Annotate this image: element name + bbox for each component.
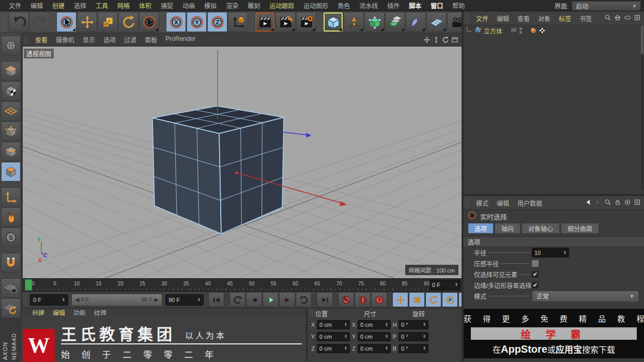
rotate-view-button[interactable] — [442, 36, 449, 43]
viewport-menu-item-6[interactable]: ProRender — [161, 35, 200, 44]
ad-badge[interactable]: 绘 学 霸 — [471, 327, 637, 340]
viewport-menu-item-1[interactable]: 摄像机 — [52, 35, 79, 44]
mode-dropdown[interactable]: 正常▼ — [532, 291, 639, 302]
menubar-item-5[interactable]: 网格 — [113, 1, 134, 10]
tab-1[interactable]: 轴向 — [495, 223, 520, 234]
search-button[interactable] — [604, 14, 611, 23]
add-spline-button[interactable] — [344, 12, 364, 32]
transport-current-frame-field[interactable]: 0 F ▲▼ — [30, 294, 68, 306]
menubar-item-8[interactable]: 动画 — [178, 1, 200, 10]
transport-grip[interactable] — [23, 293, 27, 306]
render-settings-button[interactable] — [296, 12, 316, 32]
model-mode-button[interactable] — [1, 61, 21, 81]
key-scale-button[interactable] — [409, 292, 425, 307]
anim-question-button[interactable]: ? — [371, 292, 387, 307]
search-button[interactable] — [604, 199, 611, 207]
coord-system-button[interactable] — [228, 12, 248, 32]
stepper-icon[interactable]: ▲▼ — [423, 335, 426, 338]
stepper-icon[interactable]: ▲▼ — [423, 323, 426, 326]
object-row[interactable]: 立方体 — [464, 25, 644, 36]
object-manager[interactable]: 立方体 — [464, 25, 644, 194]
home-button[interactable] — [614, 14, 621, 23]
pan-view-button[interactable] — [423, 36, 431, 43]
rotate-button[interactable] — [118, 12, 139, 32]
transport-end-frame-field[interactable]: 90 F ▲▼ — [165, 294, 204, 306]
tab-0[interactable]: 选项 — [468, 223, 494, 234]
menubar-item-9[interactable]: 模拟 — [200, 1, 221, 10]
add-frame-button[interactable] — [634, 199, 641, 207]
object-manager-menu-item-1[interactable]: 编辑 — [493, 14, 513, 23]
eye-button[interactable] — [624, 14, 631, 23]
menubar-item-1[interactable]: 编辑 — [26, 1, 48, 10]
attribute-manager-grip[interactable] — [465, 198, 469, 208]
undo-button[interactable] — [9, 12, 29, 32]
add-generator-button[interactable] — [364, 12, 385, 32]
object-manager-grip[interactable] — [465, 13, 469, 23]
axis-mode-button[interactable] — [1, 187, 21, 207]
dolly-view-button[interactable] — [433, 36, 440, 43]
next-frame-button[interactable] — [279, 292, 295, 307]
stepper-icon[interactable]: ▲▼ — [344, 323, 347, 326]
lock-y-button[interactable]: Y — [187, 12, 207, 32]
menubar-item-4[interactable]: 工具 — [91, 1, 113, 10]
object-manager-menu-item-2[interactable]: 查看 — [513, 14, 534, 23]
interface-dropdown[interactable]: 启动 ▼ — [572, 1, 641, 11]
play-button[interactable] — [263, 292, 279, 307]
go-end-button[interactable] — [317, 292, 333, 307]
viewport-menu-grip[interactable] — [24, 35, 28, 44]
menubar-item-14[interactable]: 角色 — [333, 1, 355, 10]
add-frame-button[interactable] — [634, 14, 641, 23]
menubar-item-11[interactable]: 雕刻 — [243, 1, 265, 10]
workplane-mode-button[interactable] — [1, 101, 21, 121]
lock-x-button[interactable]: X — [166, 12, 186, 32]
object-manager-menu-item-3[interactable]: 对象 — [534, 14, 555, 23]
texture-mode-button[interactable] — [1, 81, 21, 101]
menubar-item-17[interactable]: 脚本 — [404, 1, 426, 10]
lock-button[interactable] — [614, 199, 621, 207]
current-frame-field[interactable]: 0 F ▲▼ — [430, 280, 461, 290]
lock-z-button[interactable]: Z — [207, 12, 227, 32]
scale-button[interactable] — [98, 12, 118, 32]
checkbox[interactable]: ✔ — [532, 271, 539, 278]
tab-3[interactable]: 细分曲面 — [561, 223, 599, 234]
viewport-menu-item-5[interactable]: 面板 — [141, 35, 161, 44]
soft-selection-button[interactable]: S — [1, 228, 21, 247]
attribute-manager-menu-item-2[interactable]: 用户数据 — [513, 199, 546, 207]
move-button[interactable] — [77, 12, 97, 32]
menubar-item-13[interactable]: 运动图形 — [299, 1, 333, 10]
edges-mode-button[interactable] — [1, 142, 21, 161]
attribute-manager-menu-item-1[interactable]: 编辑 — [493, 199, 513, 207]
prev-frame-button[interactable] — [246, 292, 262, 307]
coordinate-field[interactable]: 0 cm▲▼ — [358, 344, 391, 353]
menubar-item-10[interactable]: 渲染 — [221, 1, 243, 10]
stepper-icon[interactable]: ▲▼ — [344, 346, 347, 350]
nav-fwd-button[interactable] — [594, 199, 602, 207]
coordinate-field[interactable]: 0 cm▲▼ — [317, 332, 350, 341]
stepper-icon[interactable]: ▲▼ — [385, 346, 388, 350]
loop-ccw-button[interactable] — [229, 292, 246, 307]
tweak-mode-button[interactable] — [1, 207, 21, 227]
options-section-header[interactable]: 选项 — [464, 236, 644, 247]
menubar-item-16[interactable]: 插件 — [382, 1, 404, 10]
viewport-menu-item-2[interactable]: 显示 — [79, 35, 99, 44]
add-deformer-button[interactable] — [406, 12, 426, 32]
live-selection-button[interactable] — [56, 12, 76, 32]
stepper-icon[interactable]: ▲▼ — [62, 298, 65, 301]
menubar-item-3[interactable]: 选择 — [69, 1, 91, 10]
render-picture-viewer-button[interactable] — [275, 12, 296, 32]
record-key-button[interactable] — [338, 292, 354, 307]
checkbox[interactable] — [532, 260, 539, 267]
target-button[interactable] — [624, 199, 631, 207]
visibility-dots-icon[interactable] — [519, 27, 522, 34]
object-manager-menu-item-5[interactable]: 书签 — [575, 14, 596, 23]
coordinates-grip[interactable] — [309, 308, 313, 315]
coordinate-field[interactable]: 0 °▲▼ — [398, 320, 428, 329]
perspective-viewport[interactable]: 透视视图 网格间距 : 100 cm Y Z X — [23, 47, 462, 278]
object-manager-menu-item-0[interactable]: 文件 — [472, 14, 493, 23]
maximize-view-button[interactable] — [451, 36, 458, 43]
last-selection-button[interactable] — [139, 12, 159, 32]
add-cube-button[interactable] — [323, 12, 343, 32]
nav-back-button[interactable] — [585, 199, 592, 207]
render-view-button[interactable] — [255, 12, 275, 32]
menubar-item-15[interactable]: 流水线 — [355, 1, 382, 10]
